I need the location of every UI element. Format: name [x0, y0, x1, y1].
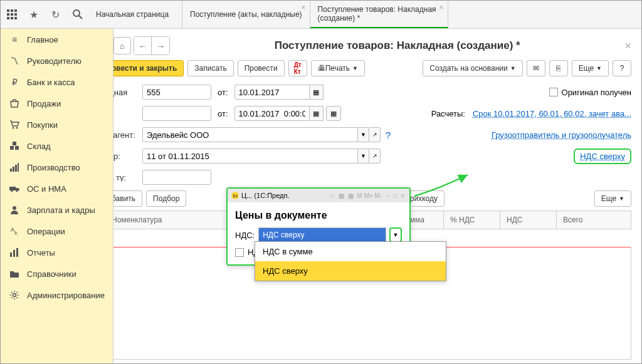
- counterparty-input[interactable]: [142, 127, 358, 142]
- add-button[interactable]: бавить: [113, 190, 142, 207]
- sidebar-item-warehouse[interactable]: Склад: [1, 135, 113, 157]
- calendar2-icon[interactable]: ▦: [326, 106, 341, 121]
- home-button[interactable]: ⌂: [113, 37, 131, 55]
- minimize-icon[interactable]: −: [384, 192, 391, 199]
- sidebar: ≡Главное 〽Руководителю ₽Банк и касса Про…: [1, 29, 113, 364]
- select-button[interactable]: Подбор: [146, 190, 186, 207]
- close-icon[interactable]: ×: [302, 3, 306, 12]
- more-label: Еще: [579, 64, 594, 73]
- sidebar-item-assets[interactable]: ОС и НМА: [1, 178, 113, 199]
- popup-titlebar[interactable]: 1c Ц... (1С:Предп. ☆ ▦ ▦ M M+ M- − □ ×: [228, 189, 409, 202]
- tab-incoming[interactable]: Поступление (акты, накладные)×: [182, 1, 310, 28]
- tab-invoice[interactable]: Поступление товаров: Накладная (создание…: [310, 1, 448, 28]
- svg-point-12: [16, 127, 18, 129]
- chart-icon: 〽: [8, 56, 21, 66]
- search-icon[interactable]: [66, 1, 88, 28]
- cart-icon: [8, 120, 21, 130]
- dt-kt-button[interactable]: ДтКт: [288, 60, 307, 76]
- m-icon[interactable]: M M+ M-: [356, 192, 384, 199]
- date-input[interactable]: [234, 85, 310, 100]
- dd-option-in-sum[interactable]: НДС в сумме: [255, 242, 446, 261]
- post-button[interactable]: Провести: [238, 60, 285, 76]
- calc-icon[interactable]: ▦: [347, 192, 355, 199]
- vat-select[interactable]: НДС сверху: [258, 227, 386, 242]
- top-icons: ★ ↻: [1, 1, 88, 28]
- sidebar-label: Производство: [27, 163, 80, 172]
- write-button[interactable]: Записать: [187, 60, 233, 76]
- sidebar-item-salary[interactable]: Зарплата и кадры: [1, 199, 113, 221]
- svg-point-21: [11, 190, 13, 192]
- col-vat-pct: % НДС: [444, 211, 500, 229]
- help-icon[interactable]: ?: [386, 130, 391, 140]
- sidebar-label: Администрирование: [27, 291, 105, 300]
- apps-icon[interactable]: [1, 1, 23, 28]
- dd-option-on-top[interactable]: НДС сверху: [255, 261, 446, 281]
- more-label2: Еще: [601, 194, 616, 203]
- calendar-icon[interactable]: ▦: [310, 85, 324, 100]
- settlements-link[interactable]: Срок 10.01.2017, 60.01, 60.02, зачет ава…: [473, 109, 631, 118]
- attach-button[interactable]: ⎘: [549, 60, 568, 76]
- svg-rect-3: [7, 13, 9, 16]
- mail-button[interactable]: ✉: [527, 60, 545, 76]
- r2-label: р:: [113, 109, 142, 118]
- star-icon[interactable]: ★: [23, 1, 45, 28]
- original-checkbox[interactable]: [549, 88, 558, 96]
- close-icon[interactable]: ×: [439, 3, 444, 12]
- sidebar-item-purchases[interactable]: Покупки: [1, 114, 113, 135]
- bars-icon: [8, 247, 21, 257]
- from-label2: от:: [218, 109, 228, 118]
- sidebar-item-manager[interactable]: 〽Руководителю: [1, 50, 113, 71]
- svg-rect-26: [16, 248, 18, 257]
- sender-link[interactable]: Грузоотправитель и грузополучатель: [492, 130, 631, 140]
- sidebar-item-main[interactable]: ≡Главное: [1, 29, 113, 50]
- help-button[interactable]: ?: [613, 60, 631, 76]
- sidebar-item-bank[interactable]: ₽Банк и касса: [1, 71, 113, 93]
- post-close-button[interactable]: овести и закрыть: [113, 60, 184, 76]
- toolbar: овести и закрыть Записать Провести ДтКт …: [113, 60, 631, 76]
- sidebar-label: Руководителю: [27, 56, 82, 66]
- sidebar-item-admin[interactable]: Администрирование: [1, 284, 113, 306]
- svg-rect-2: [14, 9, 17, 12]
- create-based-button[interactable]: Создать на основании▼: [423, 60, 522, 76]
- sidebar-item-sales[interactable]: Продажи: [1, 93, 113, 114]
- close-icon[interactable]: ×: [624, 39, 631, 53]
- sidebar-item-operations[interactable]: ᴬₖОперации: [1, 221, 113, 242]
- close-icon[interactable]: ×: [399, 192, 406, 199]
- sidebar-item-reports[interactable]: Отчеты: [1, 242, 113, 263]
- vat-checkbox[interactable]: [235, 248, 244, 257]
- history-icon[interactable]: ↻: [45, 1, 66, 28]
- print-button[interactable]: 🖶 Печать▼: [311, 60, 365, 76]
- back-button[interactable]: ←: [134, 37, 152, 55]
- number2-input[interactable]: [142, 106, 211, 121]
- sidebar-item-production[interactable]: Производство: [1, 157, 113, 178]
- dropdown-icon[interactable]: ▼: [358, 127, 369, 142]
- invoice-label: адная: [113, 88, 142, 97]
- forward-button[interactable]: →: [152, 37, 169, 55]
- vat-dropdown-button[interactable]: ▼: [389, 227, 402, 242]
- open-icon[interactable]: ↗: [369, 127, 381, 142]
- invoice-to-input[interactable]: [142, 170, 211, 185]
- tab-start[interactable]: Начальная страница: [88, 1, 182, 28]
- sidebar-label: Продажи: [27, 99, 61, 108]
- number-input[interactable]: [142, 85, 211, 100]
- more-button[interactable]: Еще▼: [572, 60, 609, 76]
- calendar-icon[interactable]: ▦: [310, 106, 324, 121]
- contract-input[interactable]: [142, 148, 358, 164]
- vat-dropdown-list: НДС в сумме НДС сверху: [255, 241, 446, 281]
- menu-icon: ≡: [8, 34, 21, 44]
- open-icon[interactable]: ↗: [369, 148, 381, 164]
- popup-title-label: Ц... (1С:Предп.: [241, 192, 325, 199]
- datetime-input[interactable]: [234, 106, 310, 121]
- dropdown-icon[interactable]: ▼: [358, 148, 369, 164]
- fav-icon[interactable]: ☆: [328, 192, 336, 199]
- svg-point-27: [13, 294, 16, 297]
- svg-rect-17: [13, 167, 14, 172]
- sidebar-item-refs[interactable]: Справочники: [1, 263, 113, 284]
- more-button2[interactable]: Еще▼: [594, 190, 631, 207]
- vat-link[interactable]: НДС сверху: [574, 148, 631, 164]
- sidebar-label: Банк и касса: [27, 78, 75, 87]
- cal-icon[interactable]: ▦: [337, 192, 345, 199]
- vat-value: НДС сверху: [259, 228, 386, 242]
- maximize-icon[interactable]: □: [392, 192, 398, 199]
- app-icon: 1c: [231, 192, 239, 199]
